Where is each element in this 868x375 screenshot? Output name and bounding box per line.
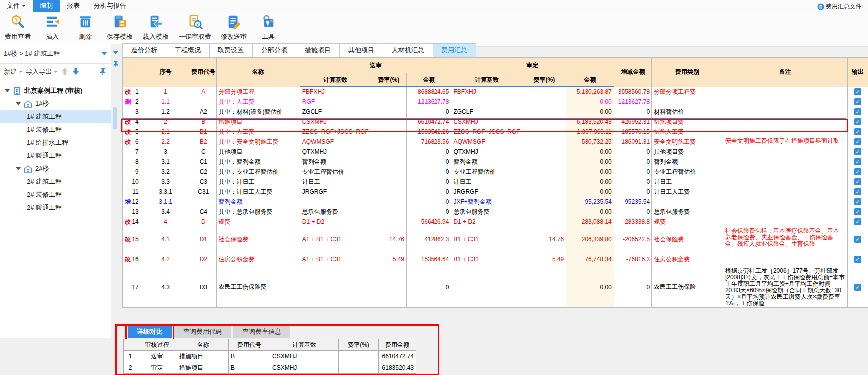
output-checkbox[interactable]: ✓	[854, 138, 861, 145]
menu-item-编制[interactable]: 编制	[33, 0, 60, 12]
cell-ss-base: A1 + B1 + C31	[300, 252, 371, 267]
tab-措施项目[interactable]: 措施项目	[296, 43, 340, 57]
tree-item[interactable]: 1# 装修工程	[0, 123, 111, 136]
grid-row-10[interactable]: 103.3C3其中：计日工计日工0计日工0.000计日工✓	[123, 177, 868, 187]
import-export-button[interactable]: 导入导出	[26, 67, 58, 76]
grid-row-6[interactable]: 改62.2B2其中：安全文明施工费AQWMSGF716823.56AQWMSGF…	[123, 137, 868, 147]
collapse-sidebar-icon[interactable]	[113, 51, 118, 54]
row-marker: 改	[125, 218, 131, 226]
grid-row-13[interactable]: 133.4C4其中：总承包服务费总承包服务费0总承包服务费0.000总承包服务费…	[123, 207, 868, 217]
tree-item[interactable]: 1#楼	[0, 97, 111, 110]
save-template-button[interactable]: 保存模板	[107, 14, 133, 41]
grid-row-4[interactable]: 改42B措施项目CSXMHJ6610472.74CSXMHJ6,183,520.…	[123, 117, 868, 127]
output-checkbox[interactable]: ✓	[854, 98, 861, 105]
tree-item[interactable]: 2#楼	[0, 162, 111, 175]
bottom-row-2[interactable]: 2审定措施项目BCSXMHJ6183520.43	[124, 362, 416, 374]
output-checkbox[interactable]: ✓	[854, 158, 861, 165]
output-checkbox[interactable]: ✓	[854, 118, 861, 125]
splitter[interactable]	[111, 44, 122, 338]
output-checkbox[interactable]: ✓	[854, 256, 861, 263]
grid-row-3[interactable]: 31.2A2其中：材料(设备)暂估价ZGCLF0ZGCLF0.000材料暂估价✓	[123, 107, 868, 117]
detail-compare-panel: 审核过程 名称 费用代号 计算基数 费率(%) 费用金额 1送审措施项目BCSX…	[123, 339, 416, 374]
ribbon-button-label: 保存模板	[107, 32, 133, 41]
move-up-icon[interactable]	[61, 67, 69, 77]
tab-造价分析[interactable]: 造价分析	[122, 43, 166, 57]
load-template-button[interactable]: 载入模板	[143, 14, 169, 41]
pin-icon[interactable]	[99, 67, 107, 77]
bottom-tab-查询费率信息[interactable]: 查询费率信息	[233, 326, 290, 338]
menu-item-文件[interactable]: 文件	[0, 0, 33, 12]
grid-row-7[interactable]: 73C其他项目QTXMHJ0QTXMHJ0.000其他项目费✓	[123, 147, 868, 157]
tree-item[interactable]: 北京案例工程 (审核)	[0, 84, 111, 97]
tools-button[interactable]: 工具	[257, 14, 280, 45]
cell-code: C3	[190, 177, 217, 187]
output-checkbox[interactable]: ✓	[854, 108, 861, 115]
grid-row-9[interactable]: 93.2C2其中：专业工程暂估价专业工程暂估价0专业工程暂估价0.000专业工程…	[123, 167, 868, 177]
tab-人材机汇总[interactable]: 人材机汇总	[383, 43, 433, 57]
expander-icon[interactable]	[5, 89, 10, 92]
tab-分部分项[interactable]: 分部分项	[253, 43, 296, 57]
output-checkbox[interactable]: ✓	[854, 168, 861, 175]
grid-row-16[interactable]: 改164.2D2住房公积金费A1 + B1 + C315.49153564.64…	[123, 252, 868, 267]
expander-icon[interactable]	[16, 102, 21, 105]
cell-sd-rate	[522, 217, 566, 227]
column-header-output: 输出	[847, 58, 868, 87]
grid-row-11[interactable]: 113.3.1C31其中：计日工人工费JRGRGF0JRGRGF0.000计日工…	[123, 187, 868, 197]
cell-diff: 0	[614, 187, 651, 197]
tree-item[interactable]: 1# 建筑工程	[0, 110, 111, 123]
grid-row-12[interactable]: 增123.1.1暂列金额0JXF+暂列金额95,235.5495235.54✓	[123, 197, 868, 207]
output-checkbox[interactable]: ✓	[854, 148, 861, 155]
cell-ss-amount: 0	[407, 197, 451, 207]
tab-费用汇总[interactable]: 费用汇总	[433, 43, 476, 57]
delete-button[interactable]: 删除	[74, 14, 97, 41]
cell-ss-rate: 14.76	[371, 227, 406, 252]
cell-ss-amount: 0	[407, 107, 451, 117]
column-header-remark: 备注	[723, 58, 847, 87]
tree-item[interactable]: 2# 建筑工程	[0, 175, 111, 188]
output-checkbox[interactable]: ✓	[854, 128, 861, 135]
expander-icon[interactable]	[16, 167, 21, 170]
grid-row-8[interactable]: 83.1C1其中：暂列金额暂列金额0暂列金额0.000暂列金额✓	[123, 157, 868, 167]
tree-item[interactable]: 1# 给排水工程	[0, 136, 111, 149]
output-checkbox[interactable]: ✓	[854, 208, 861, 215]
grid-row-15[interactable]: 改154.1D1社会保险费A1 + B1 + C3114.76412862.3B…	[123, 227, 868, 252]
grid-row-2[interactable]: 删21.1其中：人工费RGF1213627.780.00-1213627.78✓	[123, 97, 868, 107]
bottom-tab-查询费用代码[interactable]: 查询费用代码	[174, 326, 231, 338]
tab-工程概况[interactable]: 工程概况	[166, 43, 210, 57]
menu-item-报表[interactable]: 报表	[60, 0, 87, 12]
output-checkbox[interactable]: ✓	[854, 236, 861, 243]
grid-row-17[interactable]: 174.3D3农民工工伤保险费00.000农民工工伤保险根据京劳社工发［2006…	[123, 267, 868, 307]
tree-item[interactable]: 2# 装修工程	[0, 188, 111, 201]
grid-row-5[interactable]: 改52.1B1其中：人工费ZZCS_RGF+JSCS_RGF1583542.26…	[123, 127, 868, 137]
grid-row-14[interactable]: 改144D规费D1 + D2566426.94D1 + D2283,088.14…	[123, 217, 868, 227]
move-down-icon[interactable]	[72, 67, 80, 77]
insert-button[interactable]: 插入	[41, 14, 64, 41]
new-button[interactable]: 新建	[4, 67, 23, 76]
output-checkbox[interactable]: ✓	[854, 218, 861, 225]
bottom-row-1[interactable]: 1送审措施项目BCSXMHJ6610472.74	[124, 351, 416, 362]
cell-code	[190, 97, 217, 107]
tree-item[interactable]: 1# 暖通工程	[0, 149, 111, 162]
modify-submit-button[interactable]: 修改送审	[221, 14, 247, 41]
bottom-tab-详细对比[interactable]: 详细对比	[128, 326, 172, 338]
output-checkbox[interactable]: ✓	[854, 198, 861, 205]
fee-view-button[interactable]: ¥费用查看	[5, 14, 31, 41]
menu-item-分析与报告[interactable]: 分析与报告	[87, 0, 133, 12]
tab-取费设置[interactable]: 取费设置	[210, 43, 253, 57]
splitter-handle[interactable]	[113, 107, 117, 129]
cell-seq: 4.3	[141, 267, 190, 307]
cell-diff: -185576.15	[614, 127, 651, 137]
tab-其他项目[interactable]: 其他项目	[340, 43, 383, 57]
grid-row-1[interactable]: 改11A分部分项工程FBFXHJ8688824.65FBFXHJ5,130,26…	[123, 87, 868, 97]
output-checkbox[interactable]: ✓	[854, 178, 861, 185]
output-checkbox[interactable]: ✓	[854, 188, 861, 195]
pin-icon[interactable]	[112, 60, 119, 69]
tree-item[interactable]: 2# 暖通工程	[0, 201, 111, 214]
output-checkbox[interactable]: ✓	[854, 284, 861, 291]
cell-ss-base: RGF	[300, 97, 371, 107]
output-checkbox[interactable]: ✓	[854, 88, 861, 95]
marker-column-header	[123, 58, 141, 87]
tools-icon	[261, 14, 276, 31]
breadcrumb-dropdown-icon[interactable]	[102, 52, 107, 55]
audit-fee-button[interactable]: ¥一键审取费	[179, 14, 211, 41]
